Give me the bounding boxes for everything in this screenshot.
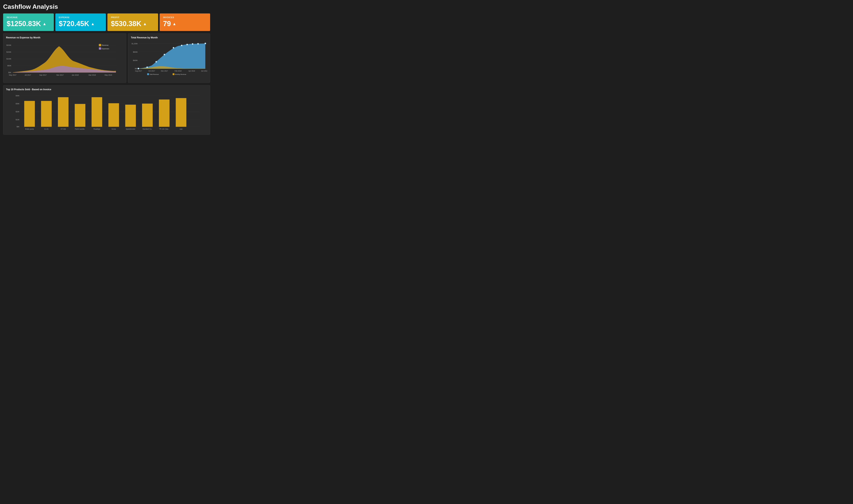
total-rev-chart: $1,200K $800K $400K $0K [131, 41, 207, 80]
svg-text:Sep 2017: Sep 2017 [39, 74, 47, 76]
svg-rect-77 [176, 98, 186, 127]
svg-text:Jan 2018: Jan 2018 [72, 74, 79, 76]
svg-text:$50K: $50K [7, 65, 12, 67]
svg-text:Expenses: Expenses [102, 48, 109, 50]
kpi-card-expense: EXPENSE $720.45K ▲ [55, 14, 106, 31]
svg-text:May 2017: May 2017 [9, 74, 17, 76]
svg-text:TR-18A Stac..: TR-18A Stac.. [159, 128, 169, 130]
svg-text:$800K: $800K [133, 51, 138, 53]
svg-text:$40K: $40K [16, 95, 20, 97]
svg-text:$200K: $200K [6, 44, 11, 46]
svg-text:$0K: $0K [8, 72, 12, 73]
svg-rect-19 [99, 47, 101, 50]
svg-text:Roadsign: Roadsign [94, 128, 101, 130]
svg-rect-67 [92, 97, 102, 127]
svg-rect-45 [147, 73, 149, 75]
svg-text:Aug 2017: Aug 2017 [135, 70, 142, 72]
svg-text:Monthly Revenue: Monthly Revenue [175, 73, 186, 75]
svg-text:saw: saw [180, 128, 183, 130]
rev-exp-title: Revenue vs Expense by Month [6, 36, 123, 39]
kpi-label-profit: PROFIT [111, 16, 155, 19]
svg-point-31 [156, 61, 157, 62]
svg-point-34 [181, 45, 182, 46]
svg-text:Apr 2018: Apr 2018 [188, 70, 195, 72]
svg-text:Oct 2017: Oct 2017 [148, 70, 155, 72]
kpi-value-invoices: 79 ▲ [163, 20, 207, 28]
kpi-label-invoices: INVOICES [163, 16, 207, 19]
kpi-arrow-revenue: ▲ [42, 22, 47, 26]
kpi-value-profit: $530.38K ▲ [111, 20, 155, 28]
svg-rect-59 [24, 101, 35, 127]
svg-text:$10K: $10K [16, 119, 20, 121]
svg-point-38 [205, 43, 206, 44]
svg-text:$20K: $20K [16, 111, 20, 113]
svg-text:$400K: $400K [133, 59, 138, 61]
bar-chart-title: Top 10 Products Sold - Based on Invoice [6, 88, 207, 91]
svg-text:Total Revenue: Total Revenue [149, 73, 159, 75]
svg-text:OT-306: OT-306 [61, 128, 66, 130]
svg-rect-63 [58, 97, 69, 127]
svg-rect-61 [41, 101, 52, 127]
kpi-value-revenue: $1250.83K ▲ [7, 20, 50, 28]
kpi-value-expense: $720.45K ▲ [59, 20, 103, 28]
svg-rect-75 [159, 100, 169, 127]
svg-text:Panini sandw..: Panini sandw.. [75, 128, 85, 130]
svg-text:$0K: $0K [17, 126, 19, 128]
svg-text:$100K: $100K [6, 58, 11, 60]
svg-rect-73 [142, 104, 153, 127]
svg-text:$1,200K: $1,200K [132, 43, 138, 44]
rev-exp-panel: Revenue vs Expense by Month $200K $150K … [3, 33, 126, 83]
svg-text:Feb 2018: Feb 2018 [175, 70, 182, 72]
kpi-label-revenue: REVENUE [7, 16, 50, 19]
svg-point-30 [147, 67, 148, 68]
rev-exp-chart: $200K $150K $100K $50K $0K May 2017 Jul … [6, 41, 123, 80]
svg-point-29 [138, 68, 139, 69]
svg-text:$30K: $30K [16, 103, 20, 105]
svg-point-37 [198, 43, 199, 44]
bottom-panel: Top 10 Products Sold - Based on Invoice … [3, 85, 210, 135]
svg-text:May 2018: May 2018 [105, 74, 112, 76]
svg-text:C1-01: C1-01 [44, 128, 49, 130]
kpi-card-invoices: INVOICES 79 ▲ [160, 14, 210, 31]
svg-text:Standard Ca..: Standard Ca.. [143, 128, 152, 130]
kpi-card-revenue: REVENUE $1250.83K ▲ [3, 14, 54, 31]
svg-text:Dec 2017: Dec 2017 [161, 70, 168, 72]
kpi-label-expense: EXPENSE [59, 16, 103, 19]
kpi-card-profit: PROFIT $530.38K ▲ [107, 14, 158, 31]
svg-text:Mar 2018: Mar 2018 [89, 74, 96, 76]
svg-text:Jun 2018: Jun 2018 [201, 70, 207, 72]
svg-text:Speedometer: Speedometer [126, 128, 135, 130]
kpi-arrow-profit: ▲ [143, 22, 147, 26]
svg-text:Screw: Screw [111, 128, 116, 130]
svg-rect-65 [75, 104, 85, 127]
svg-text:Nov 2017: Nov 2017 [56, 74, 64, 76]
svg-rect-71 [125, 105, 136, 127]
svg-text:Brake pump: Brake pump [25, 128, 34, 130]
svg-point-33 [173, 47, 174, 49]
svg-text:Revenue: Revenue [102, 44, 109, 46]
svg-point-35 [186, 44, 188, 45]
kpi-row: REVENUE $1250.83K ▲ EXPENSE $720.45K ▲ P… [3, 14, 210, 31]
charts-row: Revenue vs Expense by Month $200K $150K … [3, 33, 210, 83]
svg-rect-17 [99, 44, 101, 46]
page-title: Cashflow Analysis [3, 3, 210, 10]
svg-rect-47 [173, 73, 175, 75]
bar-chart: $40K $30K $20K $10K $0K Brake pump C1-01… [6, 93, 207, 132]
svg-point-36 [192, 43, 193, 44]
svg-text:$0K: $0K [135, 68, 138, 70]
kpi-arrow-expense: ▲ [91, 22, 95, 26]
svg-point-32 [164, 54, 165, 55]
svg-text:$150K: $150K [6, 51, 11, 53]
svg-text:Jul 2017: Jul 2017 [24, 74, 31, 76]
kpi-arrow-invoices: ▲ [173, 22, 177, 26]
svg-rect-69 [108, 103, 119, 127]
total-rev-panel: Total Revenue by Month $1,200K $800K $40… [128, 33, 210, 83]
total-rev-title: Total Revenue by Month [131, 36, 207, 39]
